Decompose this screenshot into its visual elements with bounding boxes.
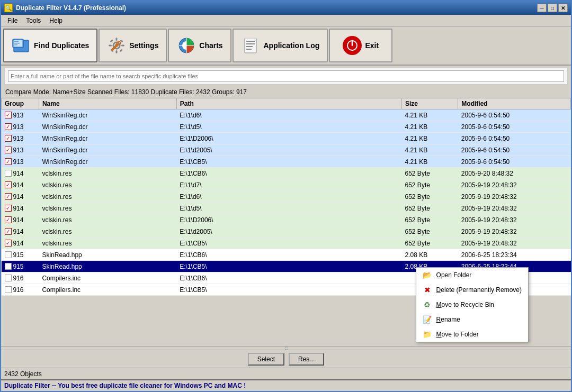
settings-button[interactable]: Settings (99, 29, 167, 62)
cell-path: E:\1\d2005\ (176, 226, 401, 238)
recycle-icon: ♻ (423, 300, 432, 309)
maximize-button[interactable]: □ (548, 4, 557, 12)
minimize-button[interactable]: ─ (537, 4, 547, 12)
row-checkbox[interactable] (5, 263, 12, 270)
row-checkbox[interactable]: ✓ (5, 123, 12, 130)
app-window: 🔍 Duplicate Filter V1.4.7 (Professional)… (0, 0, 572, 392)
col-name[interactable]: Name (39, 98, 176, 110)
app-icon: 🔍 (4, 4, 13, 12)
cell-name: WinSkinReg.dcr (39, 144, 176, 156)
settings-label: Settings (129, 41, 158, 50)
cell-group: 916 (2, 272, 39, 284)
stats-value-0: Name+Size (52, 88, 85, 96)
exit-button[interactable]: Exit (329, 29, 392, 62)
table-row[interactable]: ✓914vclskin.resE:\1\d5\652 Byte2005-9-19… (2, 203, 571, 214)
application-log-button[interactable]: Application Log (233, 29, 328, 62)
row-checkbox[interactable]: ✓ (5, 181, 12, 188)
cell-modified: 2005-9-6 0:54:50 (458, 133, 571, 144)
row-checkbox[interactable] (5, 275, 12, 281)
close-button[interactable]: ✕ (558, 4, 568, 12)
cell-name: WinSkinReg.dcr (39, 121, 176, 133)
row-checkbox[interactable] (5, 170, 12, 177)
cell-modified: 2005-9-19 20:48:32 (458, 214, 571, 226)
reset-button[interactable]: Res... (289, 353, 324, 366)
select-button[interactable]: Select (248, 353, 284, 366)
stats-value-3: 917 (236, 88, 247, 96)
row-checkbox[interactable] (5, 251, 12, 258)
footer-text: Duplicate Filter -- You best free duplic… (4, 382, 246, 389)
row-checkbox[interactable]: ✓ (5, 135, 12, 142)
ctx-move-folder[interactable]: 📁 Move to Folder (416, 327, 528, 342)
table-row[interactable]: 914vclskin.resE:\1\CB6\652 Byte2005-9-20… (2, 168, 571, 179)
table-row[interactable]: ✓913WinSkinReg.dcrE:\1\d2005\4.21 KB2005… (2, 144, 571, 156)
table-row[interactable]: ✓913WinSkinReg.dcrE:\1\d6\4.21 KB2005-9-… (2, 110, 571, 121)
table-row[interactable]: ✓914vclskin.resE:\1\D2006\652 Byte2005-9… (2, 214, 571, 226)
row-checkbox[interactable]: ✓ (5, 193, 12, 200)
exit-label: Exit (365, 41, 379, 50)
cell-group: ✓914 (2, 191, 39, 203)
col-path[interactable]: Path (176, 98, 401, 110)
ctx-rename[interactable]: 📝 Rename (416, 312, 528, 327)
charts-button[interactable]: Charts (168, 29, 231, 62)
cell-group: ✓914 (2, 214, 39, 226)
col-group[interactable]: Group (2, 98, 39, 110)
cell-group: ✓913 (2, 156, 39, 168)
table-row[interactable]: ✓914vclskin.resE:\1\d7\652 Byte2005-9-19… (2, 179, 571, 191)
cell-modified: 2005-9-19 20:48:32 (458, 226, 571, 238)
table-row[interactable]: ✓913WinSkinReg.dcrE:\1\CB5\4.21 KB2005-9… (2, 156, 571, 168)
cell-size: 4.21 KB (402, 156, 458, 168)
table-row[interactable]: ✓914vclskin.resE:\1\d2005\652 Byte2005-9… (2, 226, 571, 238)
row-checkbox[interactable]: ✓ (5, 112, 12, 118)
table-row[interactable]: ✓913WinSkinReg.dcrE:\1\d5\4.21 KB2005-9-… (2, 121, 571, 133)
ctx-open-folder-label: Open Folder (436, 271, 472, 279)
stats-label-2: Duplicate Files: (151, 88, 196, 96)
cell-modified: 2005-9-19 20:48:32 (458, 179, 571, 191)
cell-name: Compilers.inc (39, 272, 176, 284)
row-checkbox[interactable]: ✓ (5, 240, 12, 247)
menu-help[interactable]: Help (45, 16, 67, 25)
cell-modified: 2005-9-19 20:48:32 (458, 191, 571, 203)
col-size[interactable]: Size (402, 98, 458, 110)
cell-group: 916 (2, 284, 39, 296)
group-number: 914 (13, 216, 24, 224)
stats-bar: Compare Mode: Name+Size Scanned Files: 1… (1, 87, 571, 98)
group-number: 913 (13, 112, 24, 119)
cell-group: ✓913 (2, 121, 39, 133)
group-number: 915 (13, 263, 24, 270)
cell-size: 4.21 KB (402, 110, 458, 121)
cell-modified: 2005-9-6 0:54:50 (458, 110, 571, 121)
ctx-recycle[interactable]: ♻ Move to Recycle Bin (416, 297, 528, 312)
col-modified[interactable]: Modified (458, 98, 571, 110)
ctx-delete-label: Delete (Permanently Remove) (436, 286, 522, 294)
ctx-recycle-label: Move to Recycle Bin (436, 301, 494, 308)
cell-modified: 2005-9-6 0:54:50 (458, 156, 571, 168)
cell-modified: 2006-6-25 18:23:34 (458, 249, 571, 261)
app-title: Duplicate Filter V1.4.7 (Professional) (16, 4, 126, 12)
row-checkbox[interactable]: ✓ (5, 147, 12, 153)
table-row[interactable]: ✓913WinSkinReg.dcrE:\1\D2006\4.21 KB2005… (2, 133, 571, 144)
menu-file[interactable]: File (3, 16, 22, 25)
row-checkbox[interactable]: ✓ (5, 205, 12, 212)
title-bar-left: 🔍 Duplicate Filter V1.4.7 (Professional) (4, 4, 126, 12)
menu-tools[interactable]: Tools (22, 16, 45, 25)
cell-path: E:\1\CB5\ (176, 156, 401, 168)
cell-name: SkinRead.hpp (39, 261, 176, 272)
cell-modified: 2005-9-19 20:48:32 (458, 238, 571, 249)
find-duplicates-button[interactable]: Find Duplicates (3, 29, 97, 62)
footer-bar: Duplicate Filter -- You best free duplic… (1, 379, 571, 391)
row-checkbox[interactable]: ✓ (5, 216, 12, 223)
table-row[interactable]: ✓914vclskin.resE:\1\CB5\652 Byte2005-9-1… (2, 238, 571, 249)
row-checkbox[interactable]: ✓ (5, 158, 12, 165)
ctx-open-folder[interactable]: 📂 Open Folder (416, 268, 528, 282)
menu-bar: File Tools Help (1, 15, 571, 26)
row-checkbox[interactable] (5, 286, 12, 293)
table-row[interactable]: 915SkinRead.hppE:\1\CB6\2.08 KB2006-6-25… (2, 249, 571, 261)
cell-name: vclskin.res (39, 238, 176, 249)
row-checkbox[interactable]: ✓ (5, 228, 12, 235)
search-input[interactable] (8, 70, 564, 82)
ctx-delete[interactable]: ✖ Delete (Permanently Remove) (416, 282, 528, 297)
svg-rect-10 (109, 45, 112, 47)
status-bar: 2432 Objects (1, 368, 571, 379)
cell-name: WinSkinReg.dcr (39, 133, 176, 144)
table-row[interactable]: ✓914vclskin.resE:\1\d6\652 Byte2005-9-19… (2, 191, 571, 203)
